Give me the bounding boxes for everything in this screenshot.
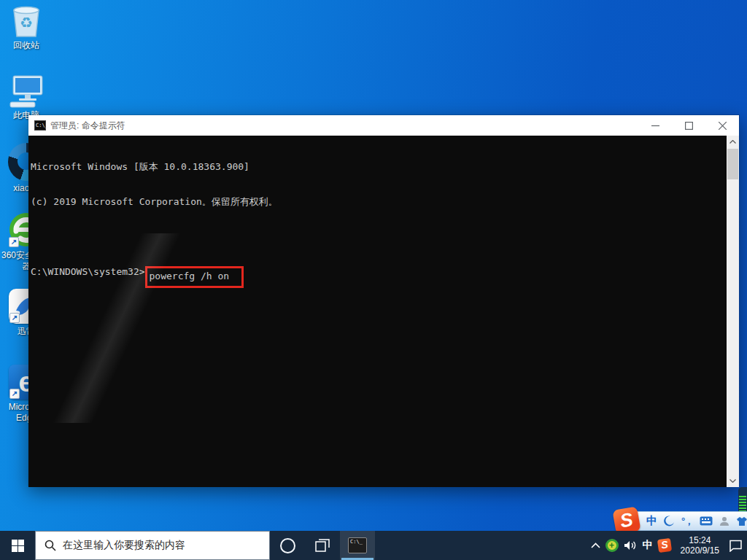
- soft-keyboard-icon[interactable]: [700, 516, 713, 526]
- cmd-titlebar[interactable]: C:\_ 管理员: 命令提示符: [28, 115, 739, 136]
- tray-sogou-icon[interactable]: S: [657, 538, 671, 553]
- moon-icon[interactable]: [664, 516, 675, 526]
- cortana-icon: [280, 538, 295, 553]
- shortcut-arrow-icon: ↗: [9, 313, 20, 323]
- windows-logo-icon: [12, 540, 24, 552]
- window-title: 管理员: 命令提示符: [50, 120, 125, 132]
- tray-date: 2020/9/15: [681, 545, 719, 556]
- search-placeholder: 在这里输入你要搜索的内容: [63, 539, 185, 552]
- cmd-app-icon: C:\_: [34, 120, 46, 131]
- cmd-window: C:\_ 管理员: 命令提示符 Microsoft Windows [版本 10…: [28, 114, 740, 486]
- svg-text:♻: ♻: [20, 15, 33, 31]
- console-prompt: C:\WINDOWS\system32>: [31, 266, 145, 277]
- start-button[interactable]: [0, 531, 35, 560]
- account-icon[interactable]: [719, 516, 729, 526]
- highlighted-command: powercfg /h on: [145, 266, 244, 288]
- scroll-up-icon[interactable]: [727, 136, 739, 148]
- console-line: (c) 2019 Microsoft Corporation。保留所有权利。: [31, 196, 727, 208]
- minimize-button[interactable]: [638, 115, 672, 136]
- desktop-icon-label: 回收站: [0, 40, 53, 51]
- taskbar-cmd-button[interactable]: C:\_: [340, 531, 375, 560]
- this-pc-icon: [7, 74, 45, 108]
- console-prompt-line: C:\WINDOWS\system32>powercfg /h on: [31, 266, 727, 278]
- tray-chevron-up-icon[interactable]: [591, 542, 600, 548]
- tray-ime-indicator[interactable]: 中: [643, 539, 653, 552]
- vertical-scrollbar[interactable]: [727, 136, 739, 487]
- tray-360-icon[interactable]: +: [605, 539, 619, 552]
- close-button[interactable]: [705, 115, 739, 136]
- task-view-icon: [315, 539, 330, 552]
- recycle-bin-icon: ♻: [10, 3, 42, 38]
- task-view-button[interactable]: [305, 531, 340, 560]
- volume-icon[interactable]: [624, 540, 638, 551]
- maximize-button[interactable]: [672, 115, 705, 136]
- cortana-button[interactable]: [270, 531, 305, 560]
- console-blank-line: [31, 231, 727, 243]
- ime-chinese-mode-button[interactable]: 中: [646, 514, 657, 528]
- skin-shirt-icon[interactable]: [736, 516, 747, 526]
- action-center-icon[interactable]: [729, 540, 743, 552]
- desktop-icon-recycle-bin[interactable]: ♻ 回收站: [0, 3, 53, 51]
- scrollbar-thumb[interactable]: [727, 149, 738, 179]
- search-icon: [44, 540, 56, 551]
- sogou-input-toolbar: S 中 °，: [616, 511, 747, 531]
- console-line: Microsoft Windows [版本 10.0.18363.900]: [31, 161, 727, 173]
- cmd-taskbar-icon: C:\_: [348, 537, 367, 553]
- scroll-down-icon[interactable]: [727, 475, 739, 487]
- shortcut-arrow-icon: ↗: [9, 237, 19, 247]
- taskbar-clock[interactable]: 15:24 2020/9/15: [676, 535, 724, 556]
- console-output[interactable]: Microsoft Windows [版本 10.0.18363.900] (c…: [28, 136, 727, 487]
- tray-time: 15:24: [681, 535, 719, 545]
- taskbar: 在这里输入你要搜索的内容 C:\_ + 中 S 15:24 2020/9/15: [0, 531, 747, 560]
- punctuation-mode-button[interactable]: °，: [681, 515, 693, 528]
- system-tray: + 中 S 15:24 2020/9/15: [591, 531, 747, 560]
- shortcut-arrow-icon: ↗: [9, 389, 20, 399]
- taskbar-search-input[interactable]: 在这里输入你要搜索的内容: [35, 531, 270, 560]
